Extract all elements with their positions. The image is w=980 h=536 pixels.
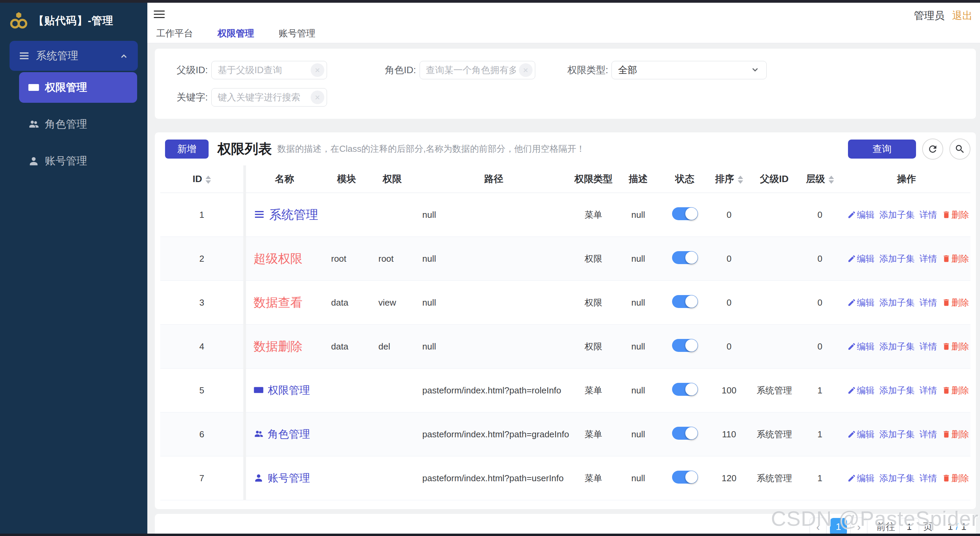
permission-name-link[interactable]: 账号管理	[268, 472, 310, 484]
sidebar-group-system[interactable]: 系统管理	[10, 41, 138, 71]
role-id-input[interactable]	[420, 61, 535, 79]
delete-link[interactable]: 删除	[942, 429, 969, 439]
sidebar-item-label: 账号管理	[45, 154, 87, 168]
edit-link[interactable]: 编辑	[847, 210, 875, 220]
keyword-input[interactable]	[211, 88, 327, 107]
prev-page-button[interactable]: ‹	[810, 518, 827, 536]
detail-link[interactable]: 详情	[920, 429, 937, 439]
sort-carets[interactable]	[205, 176, 211, 184]
sidebar-item-account[interactable]: 账号管理	[19, 146, 137, 176]
next-page-button[interactable]: ›	[850, 518, 867, 536]
add-button[interactable]: 新增	[165, 140, 208, 159]
pencil-icon	[847, 210, 856, 219]
permission-name-link[interactable]: 数据查看	[253, 296, 302, 309]
add-child-link[interactable]: 添加子集	[879, 429, 915, 439]
delete-link[interactable]: 删除	[942, 253, 969, 264]
permission-name-link[interactable]: 系统管理	[269, 208, 318, 221]
delete-link[interactable]: 删除	[942, 385, 969, 396]
edit-link[interactable]: 编辑	[847, 429, 875, 439]
col-id: ID	[160, 165, 243, 193]
sidebar-item-label: 权限管理	[45, 80, 87, 95]
status-toggle[interactable]	[672, 383, 698, 396]
cell-operations: 编辑添加子集详情删除	[843, 324, 970, 369]
cell-parent-id	[751, 193, 797, 237]
goto-page-input[interactable]	[899, 518, 919, 536]
fixed-column-divider	[243, 324, 246, 369]
add-child-link[interactable]: 添加子集	[879, 385, 915, 396]
cell-sort: 0	[707, 193, 751, 237]
cell-operations: 编辑添加子集详情删除	[843, 193, 970, 237]
cell-status	[663, 193, 707, 237]
col-status: 状态	[663, 165, 707, 193]
add-child-link[interactable]: 添加子集	[879, 473, 915, 483]
detail-link[interactable]: 详情	[920, 341, 937, 352]
status-toggle[interactable]	[672, 295, 698, 308]
collapse-sidebar-button[interactable]	[152, 7, 168, 22]
edit-link[interactable]: 编辑	[847, 297, 875, 308]
tab-permission[interactable]: 权限管理	[216, 27, 256, 40]
delete-link[interactable]: 删除	[942, 473, 969, 483]
cell-path: null	[414, 324, 573, 369]
clear-icon[interactable]: ×	[311, 91, 324, 104]
detail-link[interactable]: 详情	[920, 385, 937, 396]
cell-permission	[370, 456, 414, 500]
cell-type: 菜单	[573, 412, 614, 456]
col-name: 名称	[246, 165, 323, 193]
menu-lines-icon	[18, 50, 30, 62]
edit-link[interactable]: 编辑	[847, 385, 875, 396]
cell-id: 7	[160, 456, 243, 500]
sidebar-item-role[interactable]: 角色管理	[19, 109, 137, 140]
trash-icon	[942, 298, 951, 307]
current-user: 管理员	[914, 9, 945, 23]
permission-name-link[interactable]: 超级权限	[253, 251, 302, 266]
tab-workbench[interactable]: 工作平台	[155, 27, 194, 40]
detail-link[interactable]: 详情	[920, 253, 937, 264]
status-toggle[interactable]	[672, 251, 698, 264]
perm-type-select[interactable]: 全部	[611, 61, 767, 79]
status-toggle[interactable]	[672, 427, 698, 440]
status-toggle[interactable]	[672, 471, 698, 484]
query-button[interactable]: 查询	[848, 140, 916, 159]
cell-description: null	[614, 281, 663, 324]
add-child-link[interactable]: 添加子集	[879, 210, 915, 220]
cell-path: null	[414, 193, 573, 237]
fixed-column-divider	[243, 165, 246, 193]
clear-icon[interactable]: ×	[519, 63, 533, 77]
detail-link[interactable]: 详情	[920, 297, 937, 308]
add-child-link[interactable]: 添加子集	[879, 253, 915, 264]
delete-link[interactable]: 删除	[942, 297, 969, 308]
page-unit-label: 页	[923, 520, 933, 533]
permission-name-link[interactable]: 权限管理	[268, 384, 310, 396]
permission-name-link[interactable]: 角色管理	[268, 428, 310, 440]
col-module: 模块	[323, 165, 370, 193]
sidebar-item-permission[interactable]: 权限管理	[19, 72, 137, 103]
logout-link[interactable]: 退出	[952, 9, 972, 23]
add-child-link[interactable]: 添加子集	[879, 341, 915, 352]
detail-link[interactable]: 详情	[920, 473, 937, 483]
pencil-icon	[847, 254, 856, 263]
page-number-button[interactable]: 1	[830, 518, 847, 536]
delete-link[interactable]: 删除	[942, 341, 969, 352]
cell-status	[663, 456, 707, 500]
sort-carets[interactable]	[738, 176, 743, 184]
status-toggle[interactable]	[672, 207, 698, 220]
delete-link[interactable]: 删除	[942, 210, 969, 220]
clear-icon[interactable]: ×	[311, 63, 324, 77]
add-child-link[interactable]: 添加子集	[879, 297, 915, 308]
cell-level: 0	[797, 324, 843, 369]
parent-id-input[interactable]	[211, 61, 327, 79]
status-toggle[interactable]	[672, 339, 698, 352]
cell-id: 2	[160, 237, 243, 281]
edit-link[interactable]: 编辑	[847, 341, 875, 352]
refresh-button[interactable]	[922, 138, 943, 160]
edit-link[interactable]: 编辑	[847, 473, 875, 483]
search-button[interactable]	[950, 138, 970, 160]
sort-carets[interactable]	[829, 176, 834, 184]
detail-link[interactable]: 详情	[920, 210, 937, 220]
permission-name-link[interactable]: 数据删除	[253, 339, 302, 353]
edit-link[interactable]: 编辑	[847, 253, 875, 264]
cell-description: null	[614, 324, 663, 369]
tab-account[interactable]: 账号管理	[277, 27, 317, 40]
cell-description: null	[614, 369, 663, 412]
table-toolbar: 新增 权限列表 数据的描述，在Class的注释的后部分,名称为数据的前部分，他们…	[160, 132, 970, 165]
